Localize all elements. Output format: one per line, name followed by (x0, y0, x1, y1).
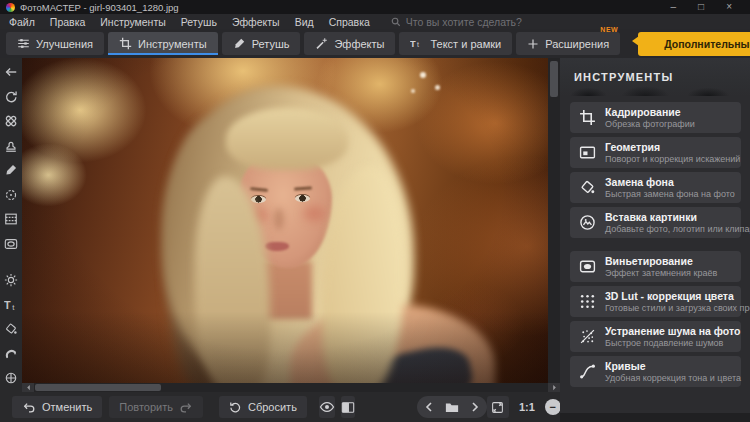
tab-label: Инструменты (138, 38, 207, 50)
insert-image-icon (579, 214, 596, 231)
zoom-out-button[interactable]: − (545, 399, 561, 415)
brush-icon[interactable] (2, 161, 20, 179)
horizontal-scrollbar[interactable] (22, 383, 560, 392)
menu-tools[interactable]: Инструменты (100, 16, 165, 28)
new-badge: NEW (600, 26, 618, 33)
menu-retouch[interactable]: Ретушь (181, 16, 217, 28)
preview-original-button[interactable] (319, 396, 335, 418)
app-logo-icon (6, 3, 15, 12)
vignette-icon[interactable] (2, 235, 20, 253)
vertical-scrollbar[interactable] (548, 58, 560, 383)
vertical-scrollbar-thumb[interactable] (550, 61, 558, 97)
photo-girl-eye (295, 195, 310, 202)
back-arrow-icon[interactable] (2, 63, 20, 81)
tab-tools[interactable]: Инструменты (108, 32, 218, 55)
tab-label: Эффекты (334, 38, 384, 50)
menu-effects[interactable]: Эффекты (232, 16, 280, 28)
eye-icon (319, 401, 335, 413)
tool-card-vignette[interactable]: Виньетирование Эффект затемнения краёв (570, 251, 741, 282)
photo-canvas[interactable] (22, 58, 548, 383)
tool-card-noise-removal[interactable]: Устранение шума на фото Быстрое подавлен… (570, 321, 741, 352)
photo-navigator (417, 396, 487, 418)
scroll-right-arrow[interactable] (548, 383, 560, 392)
menu-help[interactable]: Справка (329, 16, 370, 28)
fit-screen-icon (491, 401, 504, 414)
photo-bokeh-flower (435, 85, 440, 90)
window-title: ФотоМАСТЕР - girl-903401_1280.jpg (20, 2, 179, 13)
tool-subtitle: Готовые стили и загрузка своих пресетов (605, 303, 733, 313)
vignette-icon (579, 258, 596, 275)
text-tool-icon[interactable]: Tt (2, 296, 20, 314)
tool-subtitle: Быстрое подавление шумов (605, 338, 733, 348)
crop-icon (579, 109, 596, 126)
tool-card-insert-image[interactable]: Вставка картинки Добавьте фото, логотип … (570, 207, 741, 238)
tab-enhancements[interactable]: Улучшения (6, 32, 104, 55)
blur-icon[interactable] (2, 345, 20, 363)
brightness-icon[interactable] (2, 271, 20, 289)
reset-button[interactable]: Сбросить (219, 396, 307, 418)
tool-title: Кадрирование (605, 106, 695, 118)
redo-label: Повторить (119, 401, 173, 413)
reset-label: Сбросить (248, 401, 297, 413)
search-field[interactable]: Что вы хотите сделать? (391, 16, 522, 28)
fill-bucket-icon[interactable] (2, 320, 20, 338)
maximize-button[interactable]: □ (698, 0, 704, 14)
tool-subtitle: Быстрая замена фона на фото (605, 189, 733, 199)
wand-icon (315, 37, 328, 50)
tool-card-curves[interactable]: Кривые Удобная коррекция тона и цвета (570, 356, 741, 387)
graduated-filter-icon[interactable] (2, 210, 20, 228)
photo-bokeh-flower (420, 72, 426, 78)
minimize-button[interactable]: – (671, 0, 677, 14)
photo-girl-bangs (226, 108, 348, 170)
tool-title: Вставка картинки (605, 211, 733, 223)
redo-button[interactable]: Повторить (109, 396, 203, 418)
tab-bar: Улучшения Инструменты Ретушь Эффекты Tt … (0, 29, 750, 58)
menu-file[interactable]: Файл (9, 16, 35, 28)
before-after-button[interactable] (341, 396, 355, 418)
tab-text-frames[interactable]: Tt Текст и рамки (399, 32, 512, 55)
redo-icon (179, 401, 193, 413)
tool-card-background-replace[interactable]: Замена фона Быстрая замена фона на фото (570, 172, 741, 203)
next-photo-button[interactable] (469, 402, 481, 412)
clone-stamp-icon[interactable] (2, 137, 20, 155)
target-icon[interactable] (2, 369, 20, 387)
radial-filter-icon[interactable] (2, 186, 20, 204)
text-icon: Tt (410, 37, 424, 50)
tool-card-geometry[interactable]: Геометрия Поворот и коррекция искажений (570, 137, 741, 168)
fit-to-screen-button[interactable] (487, 396, 509, 418)
tab-effects[interactable]: Эффекты (304, 32, 395, 55)
tab-label: Расширения (545, 38, 609, 50)
tool-title: Замена фона (605, 176, 733, 188)
svg-text:T: T (4, 299, 11, 311)
zoom-one-to-one-button[interactable]: 1:1 (517, 401, 537, 413)
menu-edit[interactable]: Правка (50, 16, 85, 28)
tab-label: Улучшения (36, 38, 93, 50)
sliders-icon (17, 37, 30, 50)
curves-icon (579, 363, 596, 380)
undo-button[interactable]: Отменить (12, 396, 102, 418)
tool-subtitle: Эффект затемнения краёв (605, 268, 717, 278)
horizontal-scrollbar-thumb[interactable] (35, 384, 161, 391)
brush-icon (233, 37, 246, 50)
crop-icon (119, 37, 132, 50)
extra-functions-button[interactable]: Дополнительные функции (638, 32, 750, 56)
menu-view[interactable]: Вид (295, 16, 314, 28)
tab-retouch[interactable]: Ретушь (222, 32, 301, 55)
tool-title: 3D Lut - коррекция цвета (605, 290, 733, 302)
tab-extensions[interactable]: Расширения NEW (516, 32, 620, 55)
tool-subtitle: Добавьте фото, логотип или клипарт (605, 224, 733, 234)
folder-icon[interactable] (443, 402, 461, 413)
rotate-icon[interactable] (2, 88, 20, 106)
photo-girl-nose (274, 208, 284, 230)
photo-girl-lips (265, 242, 289, 251)
tool-card-3d-lut[interactable]: 3D Lut - коррекция цвета Готовые стили и… (570, 286, 741, 317)
fill-bucket-icon (579, 179, 596, 196)
photo-girl-eye (251, 196, 266, 203)
tool-card-crop[interactable]: Кадрирование Обрезка фотографии (570, 102, 741, 133)
previous-photo-button[interactable] (423, 402, 435, 412)
tools-panel-title: ИНСТРУМЕНТЫ (574, 71, 750, 83)
tab-label: Ретушь (252, 38, 290, 50)
healing-patch-icon[interactable] (2, 112, 20, 130)
scroll-left-arrow[interactable] (22, 383, 34, 392)
close-button[interactable]: × (726, 0, 732, 14)
